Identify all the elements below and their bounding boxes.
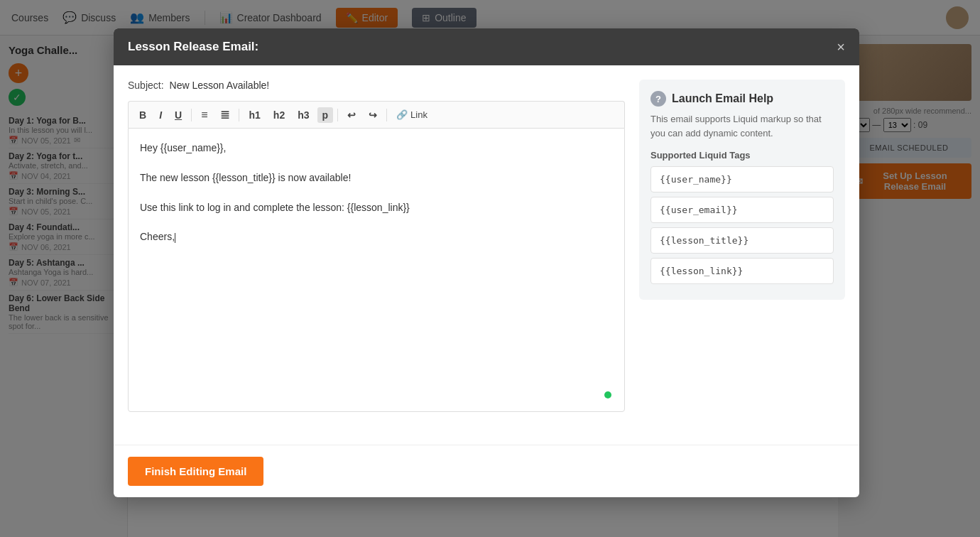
toolbar-divider-2 [239,109,239,121]
h2-button[interactable]: h2 [268,107,290,123]
liquid-tag-lesson-title: {{lesson_title}} [650,227,834,254]
italic-button[interactable]: I [154,107,167,123]
email-line-3: Use this link to log in and complete the… [140,200,613,217]
redo-button[interactable]: ↪ [364,107,382,123]
h1-button[interactable]: h1 [244,107,265,123]
undo-button[interactable]: ↩ [342,107,361,123]
liquid-tag-user-email: {{user_email}} [650,197,834,223]
email-line-4: Cheers, [140,229,613,246]
subject-label: Subject: [128,80,164,91]
email-body-editor[interactable]: Hey {{user_name}}, The new lesson {{less… [128,128,625,412]
email-line-1: Hey {{user_name}}, [140,140,613,157]
p-button[interactable]: p [317,107,334,123]
modal-body: Subject: New Lesson Available! B I U ≡ ≣… [114,65,859,445]
email-editor: Subject: New Lesson Available! B I U ≡ ≣… [128,80,625,430]
link-label: Link [410,109,428,120]
text-cursor [175,233,175,243]
modal-header: Lesson Release Email: × [114,28,859,65]
modal-close-button[interactable]: × [837,40,845,54]
help-title: Launch Email Help [672,92,773,105]
underline-button[interactable]: U [170,107,187,123]
help-description: This email supports Liquid markup so tha… [650,112,834,140]
finish-editing-button[interactable]: Finish Editing Email [128,457,263,486]
liquid-tag-user-name: {{user_name}} [650,166,834,192]
subject-row: Subject: New Lesson Available! [128,80,625,91]
lesson-release-email-modal: Lesson Release Email: × Subject: New Les… [114,28,859,497]
ordered-list-button[interactable]: ≣ [215,106,234,124]
h3-button[interactable]: h3 [293,107,314,123]
toolbar-divider-1 [191,109,192,121]
modal-footer: Finish Editing Email [114,445,859,497]
toolbar-divider-3 [337,109,338,121]
subject-value: New Lesson Available! [170,80,270,91]
status-dot [604,391,611,398]
launch-email-help-panel: ? Launch Email Help This email supports … [639,80,845,300]
toolbar-divider-4 [386,109,387,121]
bullet-list-button[interactable]: ≡ [196,107,212,124]
help-question-icon: ? [650,91,666,107]
liquid-tags-label: Supported Liquid Tags [650,150,834,161]
help-header: ? Launch Email Help [650,91,834,107]
modal-title: Lesson Release Email: [128,40,258,54]
link-button[interactable]: 🔗 Link [391,107,432,122]
editor-toolbar: B I U ≡ ≣ h1 h2 h3 p ↩ ↪ 🔗 Link [128,101,625,128]
link-icon: 🔗 [396,109,408,120]
bold-button[interactable]: B [134,107,151,123]
email-line-2: The new lesson {{lesson_title}} is now a… [140,170,613,187]
liquid-tag-lesson-link: {{lesson_link}} [650,258,834,284]
